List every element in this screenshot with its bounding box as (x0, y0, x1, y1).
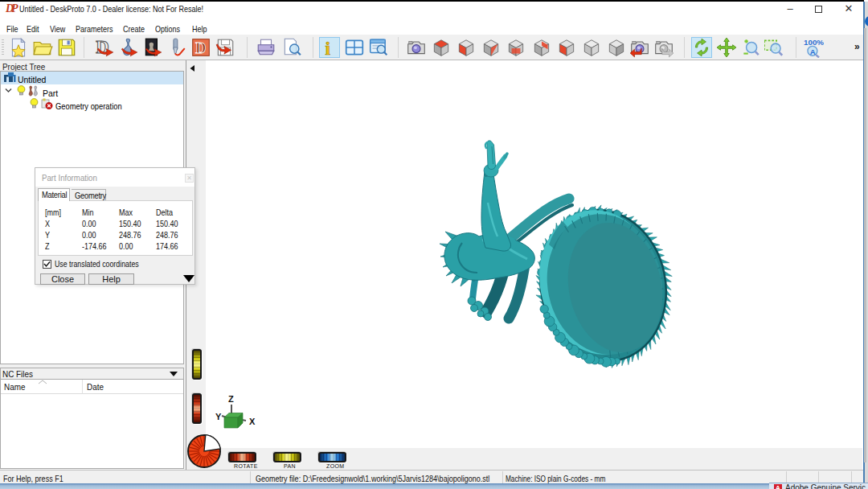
svg-text:Y: Y (215, 412, 222, 421)
svg-text:Z: Z (228, 394, 234, 404)
svg-text:A: A (810, 47, 816, 56)
svg-text:X: X (249, 417, 256, 426)
svg-text:D: D (195, 40, 206, 56)
svg-text:i: i (326, 39, 330, 58)
svg-text:100%: 100% (804, 38, 824, 47)
